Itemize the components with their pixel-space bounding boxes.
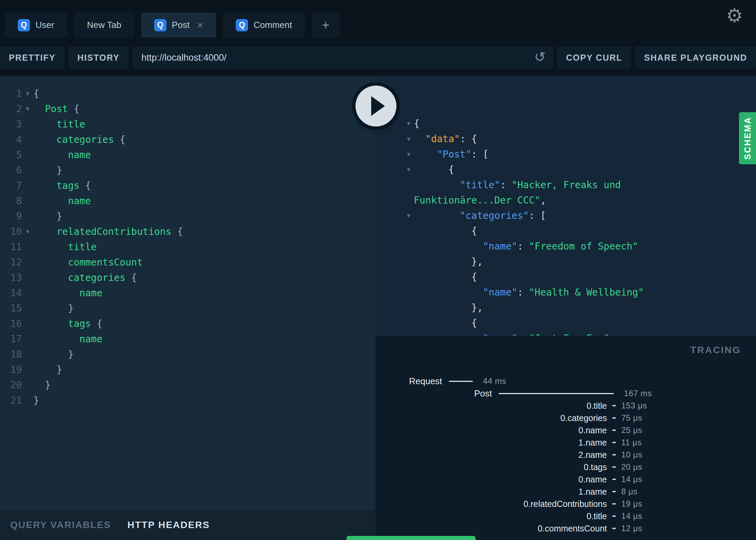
execute-button[interactable] xyxy=(355,86,396,126)
line-number: 18 xyxy=(0,347,22,362)
fold-arrow-icon[interactable]: ▾ xyxy=(22,101,33,117)
query-line[interactable]: 3 title xyxy=(0,117,376,132)
fold-arrow-slot xyxy=(22,347,33,362)
prettify-button[interactable]: PRETTIFY xyxy=(0,46,64,69)
query-code: categories { xyxy=(33,132,376,147)
query-editor[interactable]: 1▾{2▾ Post {3 title4 categories {5 name6… xyxy=(0,76,376,510)
new-tab-button[interactable]: + xyxy=(312,13,340,38)
line-number: 9 xyxy=(0,209,22,224)
fold-arrow-icon[interactable]: ▾ xyxy=(22,224,33,239)
result-line: ▾ "categories": [ xyxy=(376,208,756,223)
trace-span: 0.tags20 μs xyxy=(376,461,756,473)
query-code: title xyxy=(33,239,376,255)
query-line[interactable]: 17 name xyxy=(0,331,376,347)
result-code: Funktionäre...Der CCC", xyxy=(414,193,756,208)
query-line[interactable]: 4 categories { xyxy=(0,132,376,147)
tracing-title: TRACING xyxy=(690,345,741,356)
history-button[interactable]: HISTORY xyxy=(69,46,129,69)
trace-bar xyxy=(612,430,616,431)
fold-arrow-icon[interactable]: ▾ xyxy=(404,131,414,147)
result-code: "name": "Freedom of Speech" xyxy=(414,239,756,254)
query-line[interactable]: 6 } xyxy=(0,163,376,178)
trace-label: 0.title xyxy=(376,401,607,411)
trace-duration: 20 μs xyxy=(621,462,642,472)
tab-label: Post xyxy=(172,20,190,30)
query-line[interactable]: 15 } xyxy=(0,301,376,316)
trace-label: Request xyxy=(409,376,442,387)
settings-gear-icon[interactable]: ⚙ xyxy=(726,6,743,25)
fold-arrow-slot xyxy=(22,285,33,301)
result-code: "name": "Just For Fun" xyxy=(414,331,756,336)
fold-arrow-slot xyxy=(22,178,33,193)
trace-duration: 44 ms xyxy=(483,376,506,386)
result-line: ▾{ xyxy=(376,116,756,131)
query-code: { xyxy=(33,86,376,101)
trace-duration: 153 μs xyxy=(621,401,647,410)
query-code: name xyxy=(33,193,376,209)
query-line[interactable]: 7 tags { xyxy=(0,178,376,193)
query-code: } xyxy=(33,301,376,316)
query-line[interactable]: 19 } xyxy=(0,362,376,377)
query-variables-tab[interactable]: QUERY VARIABLES xyxy=(10,520,111,530)
result-line: "name": "Just For Fun" xyxy=(376,331,756,336)
share-playground-button[interactable]: SHARE PLAYGROUND xyxy=(635,46,756,69)
topbar: QUserNew TabQPost×QComment+ ⚙ xyxy=(0,0,756,46)
query-line[interactable]: 5 name xyxy=(0,147,376,163)
play-icon xyxy=(371,96,385,116)
query-line[interactable]: 2▾ Post { xyxy=(0,101,376,117)
trace-label: 0.title xyxy=(376,511,607,521)
trace-span: 0.relatedContributions19 μs xyxy=(376,498,756,510)
line-number: 10 xyxy=(0,224,22,239)
trace-bar xyxy=(612,528,616,529)
query-line[interactable]: 10▾ relatedContributions { xyxy=(0,224,376,239)
toolbar: PRETTIFY HISTORY ↺ COPY CURL SHARE PLAYG… xyxy=(0,46,756,76)
tab-user[interactable]: QUser xyxy=(5,13,67,38)
query-line[interactable]: 9 } xyxy=(0,209,376,224)
endpoint-bar: ↺ xyxy=(133,46,553,69)
tab-label: User xyxy=(35,20,54,30)
query-code-lines: 1▾{2▾ Post {3 title4 categories {5 name6… xyxy=(0,76,376,408)
fold-arrow-icon[interactable]: ▾ xyxy=(22,86,33,101)
line-number: 12 xyxy=(0,255,22,270)
copy-curl-button[interactable]: COPY CURL xyxy=(557,46,631,69)
query-line[interactable]: 8 name xyxy=(0,193,376,209)
result-pane: ▾{▾ "data": {▾ "Post": [▾ { "title": "Ha… xyxy=(376,76,756,336)
close-tab-icon[interactable]: × xyxy=(197,20,203,30)
trace-bar xyxy=(612,442,616,443)
query-line[interactable]: 16 tags { xyxy=(0,316,376,331)
http-headers-tab[interactable]: HTTP HEADERS xyxy=(128,520,210,530)
fold-arrow-slot xyxy=(404,193,414,208)
fold-arrow-icon[interactable]: ▾ xyxy=(404,116,414,131)
result-code: "categories": [ xyxy=(414,208,756,223)
tab-comment[interactable]: QComment xyxy=(223,13,305,38)
line-number: 19 xyxy=(0,362,22,377)
query-line[interactable]: 11 title xyxy=(0,239,376,255)
trace-bar xyxy=(612,491,616,492)
tab-label: Comment xyxy=(253,20,292,30)
query-code: categories { xyxy=(33,270,376,285)
fold-arrow-slot xyxy=(22,132,33,147)
trace-duration: 8 μs xyxy=(621,487,638,496)
line-number: 21 xyxy=(0,393,22,408)
query-line[interactable]: 20 } xyxy=(0,377,376,393)
reload-icon[interactable]: ↺ xyxy=(534,50,546,64)
tab-post[interactable]: QPost× xyxy=(141,13,216,38)
line-number: 17 xyxy=(0,331,22,347)
query-line[interactable]: 12 commentsCount xyxy=(0,255,376,270)
schema-tab[interactable]: SCHEMA xyxy=(739,112,756,164)
fold-arrow-icon[interactable]: ▾ xyxy=(404,162,414,177)
query-line[interactable]: 21} xyxy=(0,393,376,408)
fold-arrow-icon[interactable]: ▾ xyxy=(404,208,414,223)
trace-span: 1.name8 μs xyxy=(376,485,756,498)
endpoint-input[interactable] xyxy=(133,46,553,69)
trace-bar xyxy=(612,479,616,480)
query-line[interactable]: 14 name xyxy=(0,285,376,301)
trace-duration: 14 μs xyxy=(621,475,642,484)
fold-arrow-slot xyxy=(22,193,33,209)
query-line[interactable]: 18 } xyxy=(0,347,376,362)
fold-arrow-icon[interactable]: ▾ xyxy=(404,147,414,162)
tab-new-tab[interactable]: New Tab xyxy=(74,13,134,38)
result-line: { xyxy=(376,223,756,239)
query-line[interactable]: 1▾{ xyxy=(0,86,376,101)
query-line[interactable]: 13 categories { xyxy=(0,270,376,285)
